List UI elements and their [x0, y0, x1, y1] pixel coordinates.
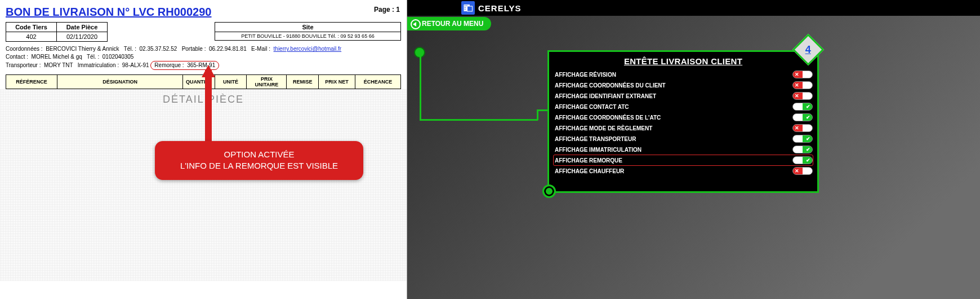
toggle-switch[interactable]: ✔ — [792, 135, 813, 143]
back-to-menu-button[interactable]: RETOUR AU MENU — [407, 17, 491, 30]
header-table-tiers: Code TiersDate Pièce 40202/11/2020 — [6, 22, 108, 42]
panel-title: ENTÊTE LIVRAISON CLIENT — [549, 52, 817, 69]
toggle-switch[interactable]: ✔ — [792, 146, 813, 153]
callout-bubble: OPTION ACTIVÉE L'INFO DE LA REMORQUE EST… — [155, 141, 363, 180]
col-header: RÉFÉRENCE — [6, 75, 57, 89]
option-row: AFFICHAGE COORDONNÉES DE L'ATC✔ — [554, 112, 813, 122]
toggle-switch[interactable]: ✔ — [792, 156, 813, 164]
svg-rect-4 — [466, 6, 467, 7]
app-logo-icon — [461, 1, 475, 15]
option-row: AFFICHAGE RÉVISION✕ — [554, 69, 813, 80]
option-label: AFFICHAGE IMMATRICULATION — [554, 147, 792, 153]
panel-anchor-icon — [542, 184, 556, 198]
client-email-link[interactable]: thierry.bercovici@hotmail.fr — [274, 46, 342, 52]
app-pane: CERELYS RETOUR AU MENU 4 ENTÊTE LIVRAISO… — [407, 0, 980, 299]
option-label: AFFICHAGE IDENTIFIANT EXTRANET — [554, 93, 792, 99]
col-header: UNITÉ — [215, 75, 247, 89]
option-row: AFFICHAGE CONTACT ATC✔ — [554, 102, 813, 112]
col-header: PRIX UNITAIRE — [247, 75, 287, 89]
detail-columns-header: RÉFÉRENCEDÉSIGNATIONQUANTITÉUNITÉPRIX UN… — [6, 74, 401, 89]
connector-line — [537, 110, 538, 120]
connector-line — [420, 119, 538, 121]
toggle-switch[interactable]: ✕ — [792, 92, 813, 100]
option-row: AFFICHAGE TRANSPORTEUR✔ — [554, 134, 813, 144]
option-label: AFFICHAGE CONTACT ATC — [554, 104, 792, 110]
option-label: AFFICHAGE COORDONNÉES DU CLIENT — [554, 82, 792, 89]
client-coordinates-block: Coordonnées : BERCOVICI Thierry & Annick… — [6, 45, 401, 70]
connector-line — [420, 52, 421, 120]
toggle-switch[interactable]: ✔ — [792, 113, 813, 121]
col-header: QUANTITÉ — [183, 75, 215, 89]
option-row: AFFICHAGE REMORQUE✔ — [554, 155, 813, 165]
svg-rect-2 — [467, 6, 473, 11]
svg-rect-5 — [465, 7, 466, 8]
col-header: PRIX NET — [319, 75, 355, 89]
toggle-switch[interactable]: ✕ — [792, 71, 813, 78]
col-header: DÉSIGNATION — [57, 75, 183, 89]
option-row: AFFICHAGE IMMATRICULATION✔ — [554, 144, 813, 155]
toggle-switch[interactable]: ✕ — [792, 124, 813, 132]
col-header: ÉCHEANCE — [355, 75, 400, 89]
app-header: CERELYS — [407, 0, 980, 16]
option-label: AFFICHAGE RÉVISION — [554, 72, 792, 78]
settings-panel: 4 ENTÊTE LIVRAISON CLIENT AFFICHAGE RÉVI… — [548, 51, 818, 192]
option-row: AFFICHAGE IDENTIFIANT EXTRANET✕ — [554, 91, 813, 101]
toggle-switch[interactable]: ✕ — [792, 81, 813, 89]
document-preview: BON DE LIVRAISON N° LVC RH000290 Page : … — [0, 0, 407, 299]
document-title: BON DE LIVRAISON N° LVC RH000290 — [6, 6, 212, 19]
option-row: AFFICHAGE MODE DE RÈGLEMENT✕ — [554, 123, 813, 133]
option-label: AFFICHAGE TRANSPORTEUR — [554, 136, 792, 142]
option-label: AFFICHAGE CHAUFFEUR — [554, 168, 792, 174]
option-row: AFFICHAGE CHAUFFEUR✕ — [554, 166, 813, 176]
option-label: AFFICHAGE COORDONNÉES DE L'ATC — [554, 115, 792, 121]
svg-rect-6 — [465, 9, 466, 10]
app-title: CERELYS — [478, 3, 521, 13]
header-table-site: Site PETIT BOUVILLE - 91880 BOUVILLE Tél… — [215, 22, 401, 41]
option-row: AFFICHAGE COORDONNÉES DU CLIENT✕ — [554, 80, 813, 90]
svg-rect-3 — [465, 6, 466, 7]
remorque-highlight: Remorque : 365-RM-91 — [150, 61, 219, 70]
detail-watermark: DÉTAIL PIÈCE — [163, 94, 244, 105]
toggle-switch[interactable]: ✔ — [792, 103, 813, 111]
option-label: AFFICHAGE MODE DE RÈGLEMENT — [554, 125, 792, 131]
option-label: AFFICHAGE REMORQUE — [554, 157, 792, 164]
col-header: REMISE — [287, 75, 319, 89]
toggle-switch[interactable]: ✕ — [792, 167, 813, 175]
page-indicator: Page : 1 — [374, 6, 400, 14]
detail-area: DÉTAIL PIÈCE — [0, 89, 407, 281]
